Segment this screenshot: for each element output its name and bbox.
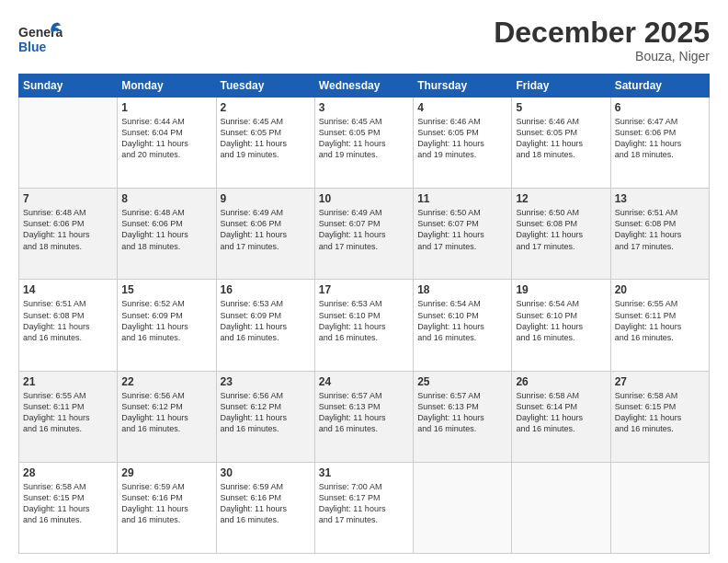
day-number: 28: [23, 466, 113, 479]
col-sunday: Sunday: [19, 75, 118, 98]
day-info: Sunrise: 6:50 AMSunset: 6:07 PMDaylight:…: [417, 207, 507, 252]
day-number: 5: [516, 101, 606, 114]
page: General Blue December 2025 Bouza, Niger …: [0, 0, 728, 563]
day-info: Sunrise: 7:00 AMSunset: 6:17 PMDaylight:…: [319, 481, 409, 526]
day-number: 6: [615, 101, 705, 114]
table-row: 27Sunrise: 6:58 AMSunset: 6:15 PMDayligh…: [610, 371, 709, 462]
day-info: Sunrise: 6:45 AMSunset: 6:05 PMDaylight:…: [221, 116, 311, 161]
day-info: Sunrise: 6:45 AMSunset: 6:05 PMDaylight:…: [319, 116, 409, 161]
day-number: 2: [221, 101, 311, 114]
day-info: Sunrise: 6:48 AMSunset: 6:06 PMDaylight:…: [121, 207, 211, 252]
calendar-header-row: Sunday Monday Tuesday Wednesday Thursday…: [19, 75, 710, 98]
day-number: 12: [516, 192, 606, 205]
location-subtitle: Bouza, Niger: [494, 49, 710, 63]
table-row: 3Sunrise: 6:45 AMSunset: 6:05 PMDaylight…: [314, 98, 413, 189]
day-number: 18: [417, 283, 507, 296]
table-row: 21Sunrise: 6:55 AMSunset: 6:11 PMDayligh…: [19, 371, 118, 462]
day-info: Sunrise: 6:44 AMSunset: 6:04 PMDaylight:…: [121, 116, 211, 161]
table-row: 29Sunrise: 6:59 AMSunset: 6:16 PMDayligh…: [118, 462, 216, 553]
day-info: Sunrise: 6:57 AMSunset: 6:13 PMDaylight:…: [417, 390, 507, 435]
day-info: Sunrise: 6:51 AMSunset: 6:08 PMDaylight:…: [23, 298, 113, 343]
day-info: Sunrise: 6:47 AMSunset: 6:06 PMDaylight:…: [615, 116, 705, 161]
table-row: [512, 462, 610, 553]
table-row: 7Sunrise: 6:48 AMSunset: 6:06 PMDaylight…: [19, 189, 118, 280]
day-number: 14: [23, 283, 113, 296]
table-row: 8Sunrise: 6:48 AMSunset: 6:06 PMDaylight…: [118, 189, 216, 280]
table-row: 31Sunrise: 7:00 AMSunset: 6:17 PMDayligh…: [314, 462, 413, 553]
calendar-week-row: 28Sunrise: 6:58 AMSunset: 6:15 PMDayligh…: [19, 462, 710, 553]
day-number: 1: [121, 101, 211, 114]
day-info: Sunrise: 6:54 AMSunset: 6:10 PMDaylight:…: [516, 298, 606, 343]
day-info: Sunrise: 6:58 AMSunset: 6:15 PMDaylight:…: [23, 481, 113, 526]
calendar-week-row: 1Sunrise: 6:44 AMSunset: 6:04 PMDaylight…: [19, 98, 710, 189]
day-info: Sunrise: 6:49 AMSunset: 6:06 PMDaylight:…: [221, 207, 311, 252]
day-number: 4: [417, 101, 507, 114]
month-title: December 2025: [494, 17, 710, 49]
day-number: 11: [417, 192, 507, 205]
day-number: 3: [319, 101, 409, 114]
table-row: 15Sunrise: 6:52 AMSunset: 6:09 PMDayligh…: [118, 280, 216, 371]
table-row: [414, 462, 512, 553]
day-number: 13: [615, 192, 705, 205]
table-row: 30Sunrise: 6:59 AMSunset: 6:16 PMDayligh…: [216, 462, 314, 553]
day-info: Sunrise: 6:55 AMSunset: 6:11 PMDaylight:…: [23, 390, 113, 435]
day-info: Sunrise: 6:48 AMSunset: 6:06 PMDaylight:…: [23, 207, 113, 252]
logo-icon: General Blue: [18, 17, 63, 61]
day-number: 8: [121, 192, 211, 205]
calendar-week-row: 7Sunrise: 6:48 AMSunset: 6:06 PMDaylight…: [19, 189, 710, 280]
table-row: 5Sunrise: 6:46 AMSunset: 6:05 PMDaylight…: [512, 98, 610, 189]
table-row: 22Sunrise: 6:56 AMSunset: 6:12 PMDayligh…: [118, 371, 216, 462]
title-block: December 2025 Bouza, Niger: [494, 17, 710, 63]
header: General Blue December 2025 Bouza, Niger: [18, 17, 710, 64]
table-row: [610, 462, 709, 553]
table-row: 12Sunrise: 6:50 AMSunset: 6:08 PMDayligh…: [512, 189, 610, 280]
day-info: Sunrise: 6:59 AMSunset: 6:16 PMDaylight:…: [221, 481, 311, 526]
day-info: Sunrise: 6:56 AMSunset: 6:12 PMDaylight:…: [221, 390, 311, 435]
day-info: Sunrise: 6:53 AMSunset: 6:09 PMDaylight:…: [221, 298, 311, 343]
col-friday: Friday: [512, 75, 610, 98]
day-info: Sunrise: 6:46 AMSunset: 6:05 PMDaylight:…: [417, 116, 507, 161]
svg-text:General: General: [18, 25, 63, 40]
table-row: 23Sunrise: 6:56 AMSunset: 6:12 PMDayligh…: [216, 371, 314, 462]
table-row: 24Sunrise: 6:57 AMSunset: 6:13 PMDayligh…: [314, 371, 413, 462]
day-number: 22: [121, 375, 211, 388]
table-row: 25Sunrise: 6:57 AMSunset: 6:13 PMDayligh…: [414, 371, 512, 462]
table-row: 2Sunrise: 6:45 AMSunset: 6:05 PMDaylight…: [216, 98, 314, 189]
day-number: 31: [319, 466, 409, 479]
table-row: 26Sunrise: 6:58 AMSunset: 6:14 PMDayligh…: [512, 371, 610, 462]
day-number: 9: [221, 192, 311, 205]
day-number: 10: [319, 192, 409, 205]
day-info: Sunrise: 6:58 AMSunset: 6:14 PMDaylight:…: [516, 390, 606, 435]
table-row: [19, 98, 118, 189]
col-monday: Monday: [118, 75, 216, 98]
table-row: 4Sunrise: 6:46 AMSunset: 6:05 PMDaylight…: [414, 98, 512, 189]
table-row: 10Sunrise: 6:49 AMSunset: 6:07 PMDayligh…: [314, 189, 413, 280]
col-saturday: Saturday: [610, 75, 709, 98]
table-row: 9Sunrise: 6:49 AMSunset: 6:06 PMDaylight…: [216, 189, 314, 280]
day-info: Sunrise: 6:56 AMSunset: 6:12 PMDaylight:…: [121, 390, 211, 435]
table-row: 18Sunrise: 6:54 AMSunset: 6:10 PMDayligh…: [414, 280, 512, 371]
col-thursday: Thursday: [414, 75, 512, 98]
table-row: 20Sunrise: 6:55 AMSunset: 6:11 PMDayligh…: [610, 280, 709, 371]
table-row: 14Sunrise: 6:51 AMSunset: 6:08 PMDayligh…: [19, 280, 118, 371]
day-number: 25: [417, 375, 507, 388]
day-number: 21: [23, 375, 113, 388]
svg-text:Blue: Blue: [18, 40, 47, 54]
day-number: 29: [121, 466, 211, 479]
col-tuesday: Tuesday: [216, 75, 314, 98]
day-info: Sunrise: 6:49 AMSunset: 6:07 PMDaylight:…: [319, 207, 409, 252]
logo: General Blue: [18, 17, 63, 64]
day-info: Sunrise: 6:54 AMSunset: 6:10 PMDaylight:…: [417, 298, 507, 343]
day-info: Sunrise: 6:52 AMSunset: 6:09 PMDaylight:…: [121, 298, 211, 343]
day-info: Sunrise: 6:57 AMSunset: 6:13 PMDaylight:…: [319, 390, 409, 435]
table-row: 17Sunrise: 6:53 AMSunset: 6:10 PMDayligh…: [314, 280, 413, 371]
calendar-week-row: 21Sunrise: 6:55 AMSunset: 6:11 PMDayligh…: [19, 371, 710, 462]
day-number: 23: [221, 375, 311, 388]
day-number: 24: [319, 375, 409, 388]
col-wednesday: Wednesday: [314, 75, 413, 98]
table-row: 11Sunrise: 6:50 AMSunset: 6:07 PMDayligh…: [414, 189, 512, 280]
table-row: 1Sunrise: 6:44 AMSunset: 6:04 PMDaylight…: [118, 98, 216, 189]
day-number: 19: [516, 283, 606, 296]
table-row: 6Sunrise: 6:47 AMSunset: 6:06 PMDaylight…: [610, 98, 709, 189]
day-number: 7: [23, 192, 113, 205]
